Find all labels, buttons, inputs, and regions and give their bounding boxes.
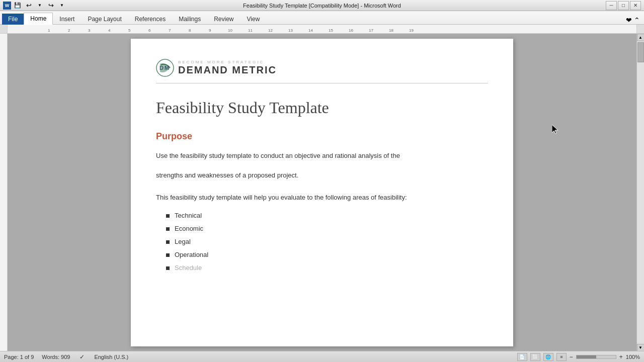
title-bar: W 💾 ↩ ▼ ↪ ▼ Feasibility Study Template [… <box>0 0 644 11</box>
list-item-label: Economic <box>175 222 203 235</box>
tab-references[interactable]: References <box>128 13 172 25</box>
maximize-button[interactable]: □ <box>618 1 629 10</box>
tab-insert[interactable]: Insert <box>53 13 81 25</box>
quickaccess-more[interactable]: ▼ <box>57 1 66 10</box>
svg-text:10: 10 <box>228 28 232 33</box>
logo-text-area: Become More Strategic Demand Metric <box>178 60 277 76</box>
window-title: Feasibility Study Template [Compatibilit… <box>243 3 401 9</box>
scroll-thumb[interactable] <box>637 42 644 62</box>
svg-text:3: 3 <box>88 28 91 33</box>
svg-text:14: 14 <box>308 28 313 33</box>
page-info: Page: 1 of 9 <box>4 354 34 360</box>
redo-quickaccess[interactable]: ↪ <box>46 1 55 10</box>
svg-text:13: 13 <box>288 28 293 33</box>
close-button[interactable]: ✕ <box>630 1 641 10</box>
list-item-schedule: Schedule <box>166 261 488 275</box>
status-left: Page: 1 of 9 Words: 909 ✓ English (U.S.) <box>4 353 128 361</box>
app-icon: W <box>3 2 11 10</box>
document-page: D M Become More Strategic Demand Metric … <box>131 39 513 346</box>
svg-text:8: 8 <box>189 28 191 33</box>
svg-text:4: 4 <box>108 28 111 33</box>
ribbon-minimize[interactable]: ⌃ <box>634 16 640 24</box>
undo-quickaccess[interactable]: ↩ <box>24 1 33 10</box>
minimize-button[interactable]: ─ <box>606 1 617 10</box>
title-bar-left: W 💾 ↩ ▼ ↪ ▼ <box>3 1 66 10</box>
logo-tagline: Become More Strategic <box>178 60 277 64</box>
spell-check-icon[interactable]: ✓ <box>78 353 86 361</box>
svg-text:18: 18 <box>389 28 393 33</box>
bullet-icon <box>166 227 170 231</box>
section-purpose-heading: Purpose <box>156 131 488 142</box>
document-title: Feasibility Study Template <box>156 99 488 117</box>
logo-icon: D M <box>156 59 174 77</box>
tab-page-layout[interactable]: Page Layout <box>81 13 128 25</box>
logo-name: Demand Metric <box>178 64 277 76</box>
right-scrollbar[interactable]: ▲ ▼ <box>636 34 644 351</box>
view-web-button[interactable]: 🌐 <box>543 353 553 361</box>
svg-text:19: 19 <box>409 28 414 33</box>
ruler: 1 2 3 4 5 6 7 8 9 10 11 12 13 14 15 16 1… <box>0 25 644 34</box>
svg-text:15: 15 <box>329 28 333 33</box>
status-bar: Page: 1 of 9 Words: 909 ✓ English (U.S.)… <box>0 351 644 362</box>
view-fullscreen-button[interactable]: ⬜ <box>530 353 540 361</box>
tab-mailings[interactable]: Mailings <box>172 13 207 25</box>
tab-review[interactable]: Review <box>207 13 240 25</box>
svg-text:17: 17 <box>369 28 373 33</box>
ribbon: File Home Insert Page Layout References … <box>0 11 644 25</box>
paragraph-1b: strengths and weaknesses of a proposed p… <box>156 169 488 181</box>
ruler-content: 1 2 3 4 5 6 7 8 9 10 11 12 13 14 15 16 1… <box>8 25 636 33</box>
svg-text:9: 9 <box>209 28 211 33</box>
bullet-icon <box>166 240 170 244</box>
bullet-icon <box>166 266 170 270</box>
svg-text:2: 2 <box>68 28 70 33</box>
word-count: Words: 909 <box>42 354 70 360</box>
ribbon-tabs: File Home Insert Page Layout References … <box>0 11 644 24</box>
list-item-label: Technical <box>175 209 202 222</box>
logo-area: D M Become More Strategic Demand Metric <box>156 59 488 83</box>
paragraph-2: This feasibility study template will hel… <box>156 192 488 203</box>
status-right: 📄 ⬜ 🌐 ≡ − + 100% <box>517 353 640 361</box>
list-item-label: Operational <box>175 248 208 261</box>
scroll-up-button[interactable]: ▲ <box>637 34 645 41</box>
language: English (U.S.) <box>94 354 128 360</box>
list-item-economic: Economic <box>166 222 488 235</box>
ribbon-help[interactable]: ❤ <box>626 16 632 24</box>
undo-dropdown[interactable]: ▼ <box>35 1 44 10</box>
bullet-icon <box>166 214 170 218</box>
zoom-in-button[interactable]: + <box>619 353 623 360</box>
save-quickaccess[interactable]: 💾 <box>13 1 22 10</box>
workspace: D M Become More Strategic Demand Metric … <box>0 34 644 351</box>
left-margin-ruler <box>0 34 8 351</box>
window-controls: ─ □ ✕ <box>606 1 641 10</box>
view-print-button[interactable]: 📄 <box>517 353 527 361</box>
svg-text:11: 11 <box>248 28 253 33</box>
zoom-slider[interactable] <box>576 355 616 359</box>
feasibility-areas-list: Technical Economic Legal Operational Sch… <box>166 209 488 275</box>
svg-text:M: M <box>165 65 169 71</box>
scroll-area[interactable]: D M Become More Strategic Demand Metric … <box>8 34 636 351</box>
paragraph-1: Use the feasibility study template to co… <box>156 150 488 161</box>
view-draft-button[interactable]: ≡ <box>556 353 567 361</box>
list-item-operational: Operational <box>166 248 488 261</box>
svg-text:D: D <box>159 65 164 71</box>
svg-text:7: 7 <box>169 28 171 33</box>
zoom-level: 100% <box>626 354 640 360</box>
svg-text:5: 5 <box>128 28 131 33</box>
tab-file[interactable]: File <box>2 14 24 25</box>
svg-text:1: 1 <box>48 28 50 33</box>
list-item-technical: Technical <box>166 209 488 222</box>
zoom-out-button[interactable]: − <box>570 353 573 360</box>
svg-text:6: 6 <box>148 28 151 33</box>
list-item-label: Legal <box>175 235 191 248</box>
tab-home[interactable]: Home <box>24 13 53 25</box>
list-item-label: Schedule <box>175 261 202 275</box>
tab-view[interactable]: View <box>240 13 267 25</box>
svg-text:16: 16 <box>349 28 353 33</box>
list-item-legal: Legal <box>166 235 488 248</box>
bullet-icon <box>166 253 170 257</box>
scroll-down-button[interactable]: ▼ <box>637 344 645 351</box>
svg-text:12: 12 <box>268 28 273 33</box>
